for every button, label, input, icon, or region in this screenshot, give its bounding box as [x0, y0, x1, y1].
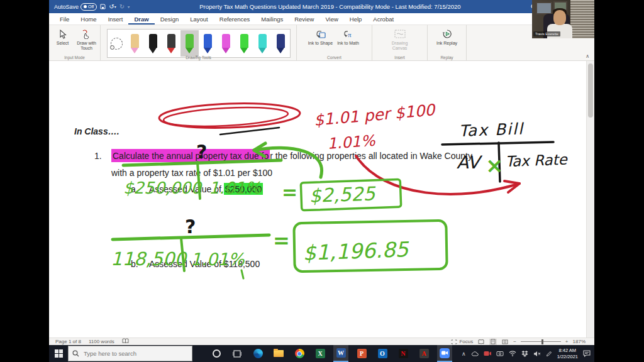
q1-rest-text: r the following properties all located i…	[270, 151, 472, 161]
zoom-icon	[440, 348, 450, 358]
webcam-name-label: Travis Everette	[533, 31, 560, 36]
highlighter-icon	[240, 34, 248, 53]
draw-with-touch-button[interactable]: Draw with Touch	[75, 27, 99, 51]
zoom-button[interactable]	[437, 345, 452, 362]
camera-icon[interactable]	[496, 351, 504, 356]
zoom-slider-thumb[interactable]	[541, 339, 543, 344]
word-icon: W	[336, 348, 346, 358]
highlighter-cyan[interactable]	[253, 30, 272, 57]
edge-button[interactable]	[250, 345, 265, 362]
highlighter-icon	[258, 34, 267, 53]
task-view-button[interactable]	[230, 345, 245, 362]
tab-references[interactable]: References	[214, 14, 256, 25]
lasso-select-tool[interactable]	[108, 30, 126, 57]
group-label-input-mode: Input Mode	[49, 55, 100, 60]
tab-home[interactable]: Home	[75, 14, 102, 25]
onedrive-icon[interactable]	[471, 351, 479, 356]
taskbar-clock[interactable]: 8:42 AM 1/22/2021	[557, 348, 578, 359]
pen-blue[interactable]	[199, 30, 217, 57]
autosave-toggle[interactable]: AutoSave Off	[54, 3, 97, 11]
cortana-button[interactable]	[209, 345, 224, 362]
scrollbar-thumb[interactable]	[588, 63, 593, 118]
chrome-button[interactable]	[292, 345, 307, 362]
drawing-canvas-label: Drawing Canvas	[385, 41, 415, 51]
pen-tray-icon[interactable]	[546, 351, 552, 357]
focus-icon[interactable]: Focus	[451, 339, 473, 344]
print-layout-icon[interactable]	[489, 339, 497, 345]
highlighter-magenta[interactable]	[217, 30, 235, 57]
drawing-canvas-button: Drawing Canvas	[385, 27, 415, 51]
zoom-slider[interactable]	[521, 341, 561, 342]
focus-label: Focus	[459, 339, 473, 344]
tab-mailings[interactable]: Mailings	[255, 14, 289, 25]
excel-button[interactable]: X	[313, 345, 328, 362]
system-tray: ∧ 8:42 AM 1/22/2	[462, 348, 594, 359]
read-mode-icon[interactable]	[477, 339, 485, 345]
tab-acrobat[interactable]: Acrobat	[367, 14, 399, 25]
proofing-icon[interactable]	[122, 338, 129, 345]
tab-view[interactable]: View	[319, 14, 343, 25]
excel-icon: X	[316, 349, 325, 358]
ink-replay-button[interactable]: Ink Replay	[433, 27, 461, 46]
outlook-button[interactable]: O	[375, 345, 390, 362]
svg-text:π: π	[348, 31, 352, 38]
group-convert: Ink to Shape π Ink to Math Convert	[297, 25, 372, 60]
item-a-value: $250,000	[224, 183, 263, 195]
q1-line1: Calculate the annual property tax due fo…	[111, 151, 472, 161]
undo-icon[interactable]: ↺▾	[109, 4, 116, 10]
start-button[interactable]	[49, 345, 68, 362]
ink-to-math-button[interactable]: π Ink to Math	[335, 27, 362, 46]
ink-to-shape-button[interactable]: Ink to Shape	[307, 27, 335, 46]
item-b-text: Assessed Value of $118,500	[149, 259, 260, 269]
pen-black[interactable]	[144, 30, 162, 57]
tab-help[interactable]: Help	[344, 14, 368, 25]
tab-review[interactable]: Review	[289, 14, 319, 25]
zoom-out-button[interactable]: −	[513, 339, 516, 344]
tab-insert[interactable]: Insert	[103, 14, 129, 25]
doc-heading: In Class….	[74, 126, 119, 136]
pen-icon	[277, 34, 285, 53]
highlighter-green-2[interactable]	[235, 30, 253, 57]
word-count[interactable]: 1100 words	[89, 339, 114, 344]
dropbox-icon[interactable]	[521, 351, 528, 357]
q1-line2: with a property tax rate of $1.01 per $1…	[111, 168, 272, 178]
ink-to-math-label: Ink to Math	[337, 41, 359, 46]
word-button[interactable]: W	[333, 345, 348, 362]
highlighter-green[interactable]	[180, 30, 199, 57]
ribbon-tab-strip: File Home Insert Draw Design Layout Refe…	[49, 13, 594, 25]
search-icon	[72, 350, 79, 357]
pen-galaxy[interactable]	[272, 30, 290, 57]
pen-red[interactable]	[162, 30, 180, 57]
ink-to-shape-label: Ink to Shape	[308, 41, 333, 46]
tray-expand-icon[interactable]: ∧	[462, 351, 466, 357]
acrobat-button[interactable]: A	[416, 345, 431, 362]
tab-file[interactable]: File	[54, 14, 75, 25]
file-explorer-button[interactable]	[271, 345, 286, 362]
camera-active-icon[interactable]	[484, 351, 491, 356]
search-input[interactable]	[82, 349, 179, 358]
select-button[interactable]: Select	[51, 27, 75, 46]
eraser[interactable]	[126, 30, 144, 57]
netflix-button[interactable]: N	[396, 345, 411, 362]
drawing-canvas-icon	[394, 28, 406, 40]
tab-layout[interactable]: Layout	[184, 14, 214, 25]
autosave-switch[interactable]: Off	[80, 3, 97, 11]
page-indicator[interactable]: Page 1 of 8	[55, 339, 81, 344]
collapse-ribbon-icon[interactable]: ∧	[586, 53, 589, 59]
edge-icon	[253, 349, 263, 358]
save-icon[interactable]	[100, 4, 106, 9]
zoom-level[interactable]: 187%	[573, 339, 586, 344]
zoom-in-button[interactable]: +	[565, 339, 569, 344]
powerpoint-button[interactable]: P	[354, 345, 369, 362]
volume-muted-icon[interactable]	[533, 351, 541, 357]
vertical-scrollbar[interactable]	[586, 61, 594, 337]
netflix-icon: N	[399, 349, 408, 358]
taskbar-search[interactable]	[68, 346, 192, 361]
tab-draw[interactable]: Draw	[128, 14, 154, 25]
wifi-icon[interactable]	[509, 351, 516, 356]
web-layout-icon[interactable]	[501, 339, 509, 345]
document-page[interactable]: In Class…. 1. Calculate the annual prope…	[49, 61, 587, 337]
tab-design[interactable]: Design	[155, 14, 185, 25]
quick-access-menu-icon[interactable]: ▿	[128, 5, 130, 9]
action-center-icon[interactable]	[583, 350, 591, 357]
